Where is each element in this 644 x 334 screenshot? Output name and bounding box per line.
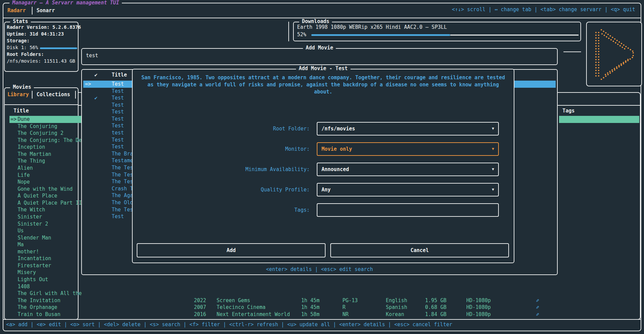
- minimum-availability-select[interactable]: Announced ▼: [317, 163, 499, 176]
- bottom-help-bar: <a> add | <e> edit | <o> sort | <del> de…: [6, 321, 452, 328]
- stats-box-title: Stats: [10, 18, 31, 24]
- add-movie-box-title: Add Movie: [303, 45, 336, 51]
- top-help-bar: <↑↓> scroll | ↔ change tab | <tab> chang…: [452, 6, 635, 13]
- download-percent: 52%: [297, 32, 306, 38]
- form-row-tags: Tags:: [133, 203, 514, 217]
- check-icon: ✔: [94, 95, 97, 102]
- movie-overview: San Francisco, 1985. Two opposites attra…: [139, 74, 507, 96]
- chevron-down-icon: ▼: [492, 184, 494, 196]
- list-item[interactable]: Nope: [9, 179, 82, 186]
- list-item[interactable]: The Witch: [9, 206, 82, 213]
- managarr-logo-icon: [592, 27, 637, 81]
- form-row-monitor: Monitor: Movie only ▼: [133, 142, 514, 156]
- results-title-header: Title: [112, 72, 127, 78]
- downloads-box-title: Downloads: [299, 18, 332, 24]
- root-folder-select[interactable]: /nfs/movies ▼: [317, 122, 499, 135]
- list-item[interactable]: 1408: [9, 283, 82, 290]
- list-item[interactable]: The Conjuring: The De: [9, 137, 82, 144]
- stats-storage-label: Storage:: [7, 38, 29, 43]
- monitor-label: Monitor:: [135, 142, 310, 156]
- tab-sonarr[interactable]: Sonarr: [37, 7, 55, 14]
- list-item[interactable]: Incantation: [9, 255, 82, 262]
- list-item[interactable]: Misery: [9, 269, 82, 276]
- page-title: Managarr – A Servarr management TUI: [9, 0, 122, 6]
- list-item[interactable]: Inception: [9, 144, 82, 151]
- tab-radarr[interactable]: Radarr: [7, 7, 26, 14]
- stats-disk-label: Disk 1: 56%: [7, 45, 38, 50]
- selection-arrow: =>: [9, 116, 18, 123]
- list-item[interactable]: Sinister 2: [9, 221, 82, 228]
- app-root: Tags 2022 Screen Gems 1h 45m PG-13 Engli…: [0, 0, 644, 334]
- add-movie-popup: Add Movie - Test San Francisco, 1985. Tw…: [132, 69, 514, 263]
- list-item[interactable]: mother!: [9, 248, 82, 255]
- list-item[interactable]: Alien: [9, 165, 82, 172]
- list-item[interactable]: Lights Out: [9, 276, 82, 283]
- list-item[interactable]: The Martian: [9, 151, 82, 158]
- stats-version: Radarr Version: 5.2.6.8376: [7, 24, 81, 30]
- form-row-root-folder: Root Folder: /nfs/movies ▼: [133, 122, 514, 135]
- list-item[interactable]: A Quiet Place: [9, 192, 82, 200]
- list-item[interactable]: The Thing: [9, 158, 82, 165]
- list-item[interactable]: The Invitation: [9, 297, 82, 304]
- list-item[interactable]: A Quiet Place Part II: [9, 200, 82, 207]
- list-item[interactable]: Ma: [9, 241, 82, 248]
- root-folder-label: Root Folder:: [135, 122, 310, 135]
- minimum-availability-label: Minimum Availability:: [135, 163, 310, 176]
- quality-profile-label: Quality Profile:: [135, 183, 310, 196]
- tab-library[interactable]: Library: [7, 91, 29, 98]
- list-item[interactable]: The Conjuring 2: [9, 130, 82, 137]
- tab-collections[interactable]: Collections: [37, 91, 70, 98]
- list-item[interactable]: The Conjuring: [9, 123, 82, 130]
- cancel-button[interactable]: Cancel: [330, 243, 509, 257]
- list-item-selected[interactable]: =>Dune: [9, 116, 82, 123]
- list-item[interactable]: Train to Busan: [9, 311, 82, 318]
- disk-usage-gauge: [40, 47, 77, 49]
- logo-box: [586, 22, 642, 86]
- stats-box: Stats Radarr Version: 5.2.6.8376 Uptime:…: [4, 22, 79, 72]
- list-item[interactable]: Slender Man: [9, 234, 82, 242]
- list-item[interactable]: The Girl with All the: [9, 290, 82, 297]
- footer-separator: [3, 319, 641, 320]
- list-item[interactable]: Sinister: [9, 213, 82, 221]
- tags-input[interactable]: [317, 203, 499, 217]
- form-row-quality-profile: Quality Profile: Any ▼: [133, 183, 514, 196]
- download-progress-filled: [311, 34, 450, 36]
- movies-box-title: Movies: [10, 84, 34, 90]
- border-fragment: [563, 51, 581, 52]
- movies-box: Movies Library Collections Title =>Dune …: [4, 87, 79, 320]
- add-button[interactable]: Add: [137, 243, 326, 257]
- border-fragment: [288, 22, 289, 41]
- popup-title: Add Movie - Test: [296, 65, 351, 71]
- stats-rootfolders-label: Root Folders:: [7, 51, 44, 57]
- chevron-down-icon: ▼: [492, 163, 494, 175]
- stats-uptime: Uptime: 31d 04:31:23: [7, 31, 64, 37]
- form-row-minimum-availability: Minimum Availability: Announced ▼: [133, 163, 514, 176]
- tab-separator: [32, 7, 32, 15]
- downloads-box: Downloads Earth 1998 1080p WEBRip x265 H…: [293, 22, 581, 41]
- chevron-down-icon: ▼: [492, 143, 494, 155]
- list-item[interactable]: Us: [9, 227, 82, 234]
- add-movie-search-input[interactable]: test: [86, 53, 98, 59]
- add-movie-box: Add Movie test: [81, 48, 558, 65]
- results-check-header: ✔: [94, 72, 97, 78]
- list-item[interactable]: Gone with the Wind: [9, 186, 82, 193]
- results-help-bar: <enter> details | <esc> edit search: [266, 266, 373, 272]
- column-header-title: Title: [14, 108, 29, 114]
- download-item-title: Earth 1998 1080p WEBRip x265 Hindi AAC2.…: [297, 24, 447, 30]
- chevron-down-icon: ▼: [492, 123, 494, 135]
- list-item[interactable]: The Orphanage: [9, 304, 82, 311]
- tags-label: Tags:: [135, 203, 310, 217]
- stats-rootfolder-line: /nfs/movies: 11511.43 GB: [7, 58, 75, 64]
- quality-profile-select[interactable]: Any ▼: [317, 183, 499, 196]
- tab-separator: [75, 91, 76, 99]
- monitor-select[interactable]: Movie only ▼: [317, 142, 499, 156]
- list-item[interactable]: Life: [9, 172, 82, 179]
- list-item[interactable]: Firestarter: [9, 262, 82, 269]
- selection-arrow: =>: [85, 81, 91, 88]
- tab-separator: [32, 91, 32, 99]
- download-progress-rest: [450, 35, 579, 36]
- tabs-separator-line: [5, 104, 78, 105]
